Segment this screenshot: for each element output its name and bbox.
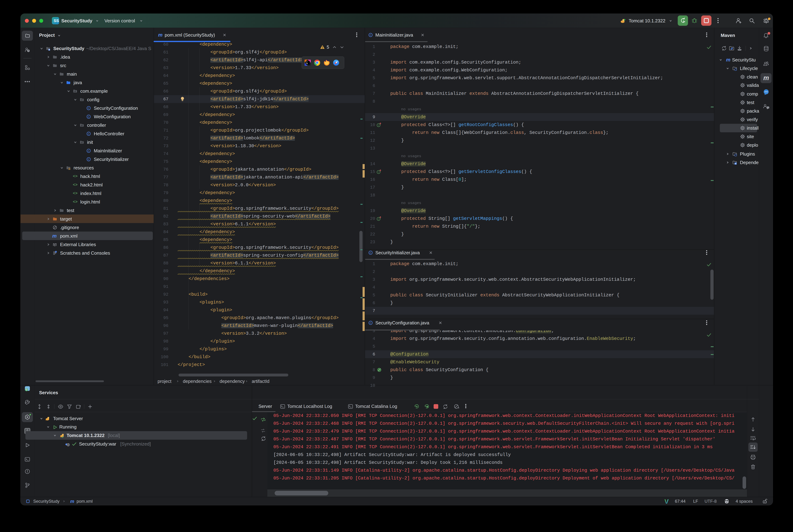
svg-text:C: C <box>88 107 89 110</box>
svg-text:C: C <box>370 34 371 36</box>
svg-text:I: I <box>378 171 379 173</box>
svg-text:?: ? <box>28 50 29 52</box>
svg-text:C: C <box>370 251 371 254</box>
svg-text:C: C <box>88 150 89 152</box>
svg-text:C: C <box>370 322 371 324</box>
svg-text:C: C <box>88 132 89 135</box>
svg-text:I: I <box>378 124 379 127</box>
svg-text:I: I <box>378 218 379 220</box>
svg-text:C: C <box>88 115 89 118</box>
svg-text:C: C <box>88 158 89 161</box>
svg-text:IJ: IJ <box>306 61 307 63</box>
